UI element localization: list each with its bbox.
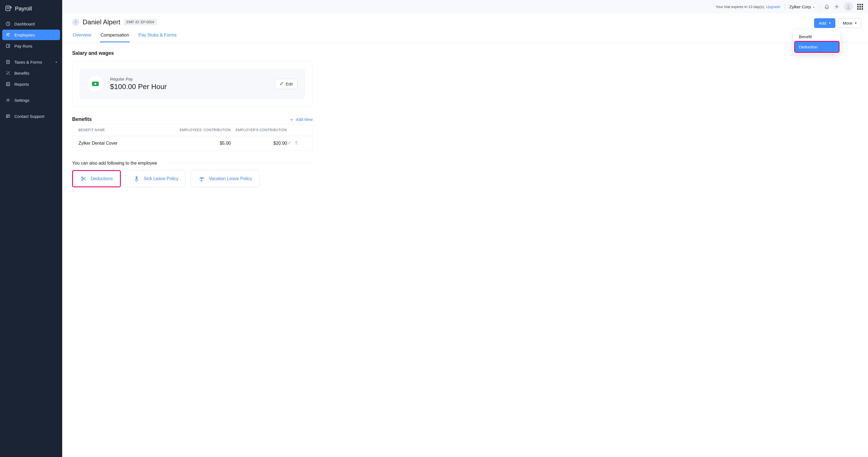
- edit-row-icon[interactable]: [287, 141, 291, 146]
- svg-point-10: [847, 5, 849, 7]
- chip-label: Deductions: [91, 176, 113, 181]
- edit-salary-button[interactable]: Edit: [275, 79, 298, 89]
- sidebar-label: Reports: [14, 82, 29, 87]
- scissors-icon: [80, 175, 87, 182]
- org-name: Zylker Corp: [789, 4, 811, 9]
- topbar-divider: [784, 4, 785, 10]
- tab-overview[interactable]: Overview: [72, 30, 92, 42]
- sidebar-label: Dashboard: [14, 22, 35, 26]
- add-dropdown: Benefit Deduction: [793, 30, 840, 54]
- sidebar-label: Taxes & Forms: [14, 60, 42, 64]
- svg-point-7: [7, 99, 9, 101]
- settings-icon: [5, 98, 10, 103]
- tabs: Overview Compensation Pay Stubs & Forms: [72, 30, 858, 42]
- also-add-text: You can also add following to the employ…: [72, 161, 157, 166]
- sidebar-label: Settings: [14, 98, 29, 103]
- reports-icon: [5, 82, 10, 87]
- plus-icon: ＋: [289, 117, 294, 122]
- palm-icon: [198, 175, 205, 182]
- topbar: Your trial expires in 13 day(s). Upgrade…: [62, 0, 868, 13]
- svg-rect-5: [7, 60, 10, 64]
- sidebar-label: Pay Runs: [14, 44, 32, 49]
- add-benefit-link[interactable]: ＋ Add New: [289, 117, 313, 122]
- col-employer-contrib: EMPLOYER'S CONTRIBUTION: [231, 128, 287, 132]
- add-options-row: Deductions Sick Leave Policy Vacation Le…: [72, 170, 858, 187]
- sidebar-item-benefits[interactable]: Benefits: [2, 68, 60, 78]
- brand-name: Payroll: [15, 5, 32, 12]
- benefits-icon: [5, 70, 10, 76]
- benefit-name: Zylker Dental Cover: [79, 141, 171, 146]
- sidebar: Payroll Dashboard Employees Pay Runs T: [0, 0, 62, 457]
- tab-paystubs[interactable]: Pay Stubs & Forms: [138, 30, 177, 42]
- svg-rect-0: [6, 6, 10, 10]
- benefit-emp-contrib: $5.00: [171, 141, 231, 146]
- add-button[interactable]: Add: [814, 18, 835, 28]
- svg-point-9: [836, 6, 838, 7]
- trial-text: Your trial expires in 13 day(s).: [716, 5, 766, 9]
- chevron-right-icon: ▸: [56, 61, 57, 63]
- employee-id-badge: EMP. ID: EP-0004: [124, 19, 157, 25]
- header-actions: Add More: [814, 18, 861, 28]
- delete-row-icon[interactable]: [294, 141, 299, 146]
- employees-icon: [5, 32, 10, 37]
- svg-rect-4: [6, 44, 10, 48]
- pencil-icon: [279, 81, 284, 87]
- content: Salary and wages Regular Pay $100.00 Per…: [62, 42, 868, 457]
- benefits-table-head: BENEFIT NAME EMPLOYEES' CONTRIBUTION EMP…: [72, 124, 312, 136]
- salary-amount: $100.00 Per Hour: [110, 82, 268, 91]
- sidebar-item-payruns[interactable]: Pay Runs: [2, 41, 60, 51]
- sidebar-nav: Dashboard Employees Pay Runs Taxes & For…: [0, 19, 62, 122]
- sidebar-label: Employees: [14, 33, 35, 37]
- settings-gear-icon[interactable]: [834, 4, 840, 9]
- apps-grid-icon[interactable]: [857, 4, 863, 10]
- upgrade-link[interactable]: Upgrade: [766, 5, 780, 9]
- benefits-section-title: Benefits: [72, 116, 92, 122]
- col-employee-contrib: EMPLOYEES' CONTRIBUTION: [171, 128, 231, 132]
- more-button[interactable]: More: [838, 18, 861, 28]
- org-switcher[interactable]: Zylker Corp ⌄: [789, 4, 815, 9]
- sidebar-item-employees[interactable]: Employees: [2, 30, 60, 40]
- sidebar-item-dashboard[interactable]: Dashboard: [2, 19, 60, 29]
- chip-deductions[interactable]: Deductions: [72, 170, 121, 187]
- svg-point-3: [8, 33, 9, 34]
- sidebar-item-settings[interactable]: Settings: [2, 95, 60, 106]
- dropdown-item-benefit[interactable]: Benefit: [795, 32, 839, 42]
- money-icon: [87, 76, 103, 92]
- more-label: More: [843, 21, 852, 25]
- add-label: Add: [819, 21, 826, 25]
- chip-vacation-leave[interactable]: Vacation Leave Policy: [191, 170, 259, 187]
- thermometer-icon: [133, 175, 140, 182]
- dropdown-item-deduction[interactable]: Deduction: [795, 42, 839, 52]
- benefits-table-row: Zylker Dental Cover $5.00 $20.00: [72, 136, 312, 150]
- benefit-er-contrib: $20.00: [231, 141, 287, 146]
- salary-section-title: Salary and wages: [72, 50, 858, 56]
- back-button[interactable]: [72, 19, 79, 26]
- tab-compensation[interactable]: Compensation: [100, 30, 130, 42]
- sidebar-item-support[interactable]: Contact Support: [2, 111, 60, 121]
- svg-rect-8: [6, 115, 10, 117]
- avatar[interactable]: [844, 2, 853, 11]
- salary-card: Regular Pay $100.00 Per Hour Edit: [72, 61, 313, 107]
- page-header: Daniel Alpert EMP. ID: EP-0004 Add More …: [62, 13, 868, 42]
- svg-point-2: [7, 33, 8, 35]
- benefits-card: BENEFIT NAME EMPLOYEES' CONTRIBUTION EMP…: [72, 124, 313, 151]
- salary-label: Regular Pay: [110, 77, 268, 81]
- svg-point-11: [82, 177, 83, 178]
- chip-sick-leave[interactable]: Sick Leave Policy: [126, 170, 186, 187]
- notifications-icon[interactable]: [824, 4, 830, 9]
- sidebar-item-reports[interactable]: Reports: [2, 79, 60, 89]
- dashboard-icon: [5, 21, 10, 26]
- support-icon: [5, 114, 10, 119]
- payroll-logo-icon: [5, 4, 12, 13]
- chip-label: Sick Leave Policy: [144, 176, 178, 181]
- chevron-down-icon: ⌄: [812, 5, 815, 8]
- sidebar-item-taxes[interactable]: Taxes & Forms ▸: [2, 57, 60, 67]
- also-add-label: You can also add following to the employ…: [72, 161, 313, 166]
- employee-name: Daniel Alpert: [83, 18, 120, 26]
- edit-label: Edit: [285, 82, 293, 86]
- chip-label: Vacation Leave Policy: [209, 176, 252, 181]
- brand-logo[interactable]: Payroll: [0, 0, 62, 19]
- svg-point-12: [82, 179, 83, 181]
- sidebar-label: Contact Support: [14, 114, 44, 119]
- add-new-label: Add New: [296, 117, 313, 122]
